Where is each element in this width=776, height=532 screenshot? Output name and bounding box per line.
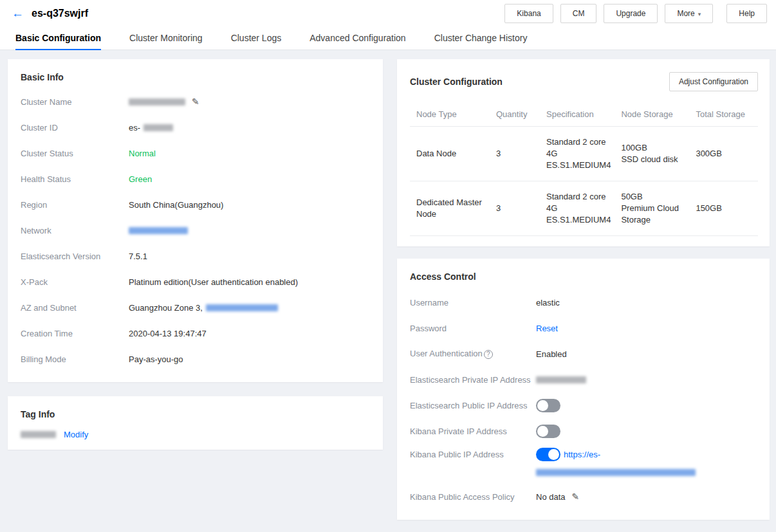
- access-control-password-link[interactable]: Reset: [536, 324, 558, 333]
- access-control-rows: UsernameelasticPasswordResetUser Authent…: [410, 289, 758, 509]
- basic-info-cluster-status-value-area: Normal: [129, 145, 371, 161]
- tag-info-card: Tag Info Modify: [8, 396, 383, 450]
- basic-info-az-and-subnet-row: AZ and SubnetGuangzhou Zone 3,: [21, 295, 371, 320]
- access-control-kibana-private-ip-address-row: Kibana Private IP Address: [410, 418, 758, 444]
- cluster-configuration-title: Cluster Configuration: [410, 77, 503, 87]
- toggle-knob: [537, 426, 548, 437]
- tab-bar: Basic ConfigurationCluster MonitoringClu…: [0, 26, 776, 50]
- cell-node-storage: 50GBPremium Cloud Storage: [614, 181, 689, 236]
- help-icon[interactable]: ?: [484, 350, 493, 359]
- basic-info-network-redacted-link[interactable]: [129, 227, 188, 234]
- access-control-kibana-public-ip-address-redacted-link[interactable]: [536, 469, 696, 476]
- basic-info-billing-mode-value-area: Pay-as-you-go: [129, 351, 371, 367]
- basic-info-az-and-subnet-redacted-link[interactable]: [206, 304, 278, 311]
- tab-advanced-configuration[interactable]: Advanced Configuration: [309, 26, 405, 50]
- basic-info-card: Basic Info Cluster Name✎Cluster IDes-Clu…: [8, 59, 383, 382]
- access-control-username-row: Usernameelastic: [410, 289, 758, 315]
- basic-info-creation-time-value-area: 2020-04-13 19:47:47: [129, 326, 371, 341]
- basic-info-elasticsearch-version-label: Elasticsearch Version: [21, 252, 129, 261]
- kibana-button[interactable]: Kibana: [504, 4, 553, 23]
- basic-info-az-and-subnet-value: Guangzhou Zone 3,: [129, 303, 203, 313]
- basic-info-x-pack-value: Platinum edition(User authentication ena…: [129, 277, 298, 287]
- access-control-kibana-public-access-policy-value-area: No data✎: [536, 489, 758, 504]
- access-control-user-authentication-value-area: Enabled: [536, 346, 758, 362]
- access-control-kibana-private-ip-address-toggle[interactable]: [536, 425, 560, 438]
- access-control-kibana-public-ip-address-toggle[interactable]: [536, 448, 560, 461]
- column-specification: Specification: [540, 102, 614, 127]
- basic-info-health-status-value-area: Green: [129, 171, 371, 187]
- access-control-kibana-public-access-policy-row: Kibana Public Access PolicyNo data✎: [410, 484, 758, 509]
- back-arrow-icon[interactable]: ←: [12, 7, 24, 19]
- access-control-user-authentication-row: User Authentication?Enabled: [410, 341, 758, 367]
- node-row-dedicated-master-node: Dedicated Master Node3Standard 2 core 4G…: [410, 181, 758, 236]
- tag-row: Modify: [21, 430, 371, 439]
- access-control-elasticsearch-private-ip-address-label: Elasticsearch Private IP Address: [410, 375, 536, 385]
- access-control-elasticsearch-private-ip-address-value-area: [536, 372, 758, 387]
- node-row-data-node: Data Node3Standard 2 core 4G ES.S1.MEDIU…: [410, 127, 758, 181]
- access-control-title: Access Control: [410, 271, 758, 282]
- basic-info-title: Basic Info: [21, 72, 371, 82]
- basic-info-creation-time-row: Creation Time2020-04-13 19:47:47: [21, 320, 371, 346]
- access-control-elasticsearch-private-ip-address-row: Elasticsearch Private IP Address: [410, 367, 758, 392]
- main-content: Basic Info Cluster Name✎Cluster IDes-Clu…: [0, 50, 776, 520]
- upgrade-button[interactable]: Upgrade: [604, 4, 658, 23]
- cm-button[interactable]: CM: [560, 4, 597, 23]
- cell-total-storage: 150GB: [689, 181, 758, 236]
- help-button[interactable]: Help: [726, 4, 767, 23]
- column-quantity: Quantity: [490, 102, 540, 127]
- basic-info-cluster-name-edit-icon[interactable]: ✎: [192, 97, 199, 106]
- access-control-kibana-private-ip-address-label: Kibana Private IP Address: [410, 427, 536, 436]
- column-node-type: Node Type: [410, 102, 490, 127]
- basic-info-region-value-area: South China(Guangzhou): [129, 197, 371, 212]
- node-storage-line: SSD cloud disk: [621, 154, 685, 165]
- basic-info-cluster-status-value: Normal: [129, 149, 156, 158]
- basic-info-cluster-id-value-area: es-: [129, 120, 371, 135]
- tag-redacted-text: [21, 431, 56, 438]
- access-control-username-value-area: elastic: [536, 295, 758, 310]
- access-control-password-row: PasswordReset: [410, 315, 758, 341]
- basic-info-billing-mode-label: Billing Mode: [21, 354, 129, 364]
- basic-info-cluster-id-redacted: [143, 124, 173, 131]
- access-control-password-value-area: Reset: [536, 320, 758, 336]
- basic-info-cluster-id-label: Cluster ID: [21, 123, 129, 133]
- access-control-card: Access Control UsernameelasticPasswordRe…: [397, 259, 770, 520]
- access-control-kibana-public-ip-address-link[interactable]: https://es-: [564, 450, 600, 459]
- tab-cluster-change-history[interactable]: Cluster Change History: [434, 26, 528, 50]
- access-control-user-authentication-label: User Authentication?: [410, 349, 536, 359]
- toggle-knob: [548, 449, 559, 460]
- access-control-kibana-public-access-policy-label: Kibana Public Access Policy: [410, 492, 536, 502]
- line-break: [536, 464, 758, 466]
- basic-info-x-pack-label: X-Pack: [21, 277, 129, 287]
- cluster-configuration-card: Cluster Configuration Adjust Configurati…: [397, 59, 770, 246]
- node-storage-line: Premium Cloud Storage: [621, 203, 685, 226]
- basic-info-cluster-status-row: Cluster StatusNormal: [21, 140, 371, 166]
- cell-specification: Standard 2 core 4G ES.S1.MEDIUM4: [540, 181, 614, 236]
- header: ← es-q37swjrf KibanaCMUpgradeMore▾Help: [0, 0, 776, 26]
- tab-cluster-logs[interactable]: Cluster Logs: [231, 26, 282, 50]
- basic-info-health-status-value: Green: [129, 174, 152, 184]
- node-storage-line: 50GB: [621, 191, 685, 203]
- more-button[interactable]: More▾: [665, 4, 713, 23]
- basic-info-cluster-name-value-area: ✎: [129, 94, 371, 109]
- toggle-knob: [537, 400, 548, 411]
- cluster-configuration-header: Cluster Configuration Adjust Configurati…: [410, 72, 758, 91]
- tab-basic-configuration[interactable]: Basic Configuration: [15, 26, 101, 50]
- cell-quantity: 3: [490, 181, 540, 236]
- basic-info-network-row: Network: [21, 217, 371, 243]
- basic-info-cluster-name-row: Cluster Name✎: [21, 89, 371, 115]
- basic-info-creation-time-label: Creation Time: [21, 329, 129, 338]
- tag-modify-link[interactable]: Modify: [64, 430, 88, 439]
- access-control-elasticsearch-public-ip-address-label: Elasticsearch Public IP Address: [410, 401, 536, 410]
- column-total-storage: Total Storage: [689, 102, 758, 127]
- page-title: es-q37swjrf: [32, 8, 88, 19]
- tab-cluster-monitoring[interactable]: Cluster Monitoring: [129, 26, 203, 50]
- access-control-elasticsearch-public-ip-address-toggle[interactable]: [536, 399, 560, 412]
- basic-info-az-and-subnet-value-area: Guangzhou Zone 3,: [129, 300, 371, 315]
- adjust-configuration-button[interactable]: Adjust Configuration: [669, 72, 758, 91]
- basic-info-billing-mode-row: Billing ModePay-as-you-go: [21, 346, 371, 372]
- access-control-kibana-public-access-policy-edit-icon[interactable]: ✎: [572, 492, 580, 501]
- basic-info-elasticsearch-version-value-area: 7.5.1: [129, 248, 371, 264]
- tag-info-title: Tag Info: [21, 409, 371, 419]
- basic-info-x-pack-row: X-PackPlatinum edition(User authenticati…: [21, 269, 371, 295]
- basic-info-region-value: South China(Guangzhou): [129, 200, 223, 210]
